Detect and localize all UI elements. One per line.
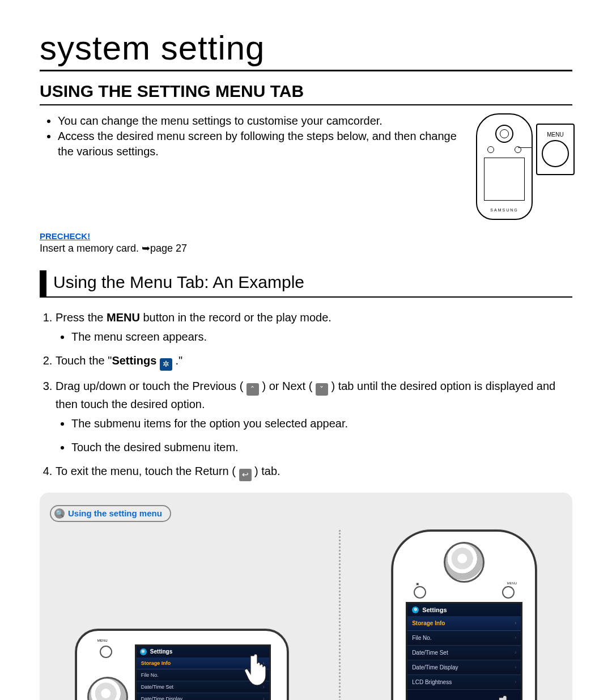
- device-record-mode: ▣ MENU ✲Settings Storage Info› File No.›…: [392, 530, 537, 701]
- menu-button-callout: MENU: [536, 124, 575, 175]
- hardware-button: [414, 586, 426, 599]
- precheck-label: PRECHECK!: [40, 231, 572, 241]
- settings-screen: ✲Settings Storage Info› File No.› Date/T…: [135, 644, 271, 701]
- menu-item-storage-info: Storage Info›: [137, 657, 269, 669]
- gear-icon: ✲: [412, 606, 419, 613]
- camcorder-diagram: SAMSUNG MENU: [476, 113, 572, 221]
- magnifier-icon: 🔍: [54, 508, 65, 519]
- step-3-sub: The submenu items for the option you sel…: [71, 415, 572, 432]
- subsection-heading: Using the Menu Tab: An Example: [40, 270, 572, 298]
- settings-screen: ✲Settings Storage Info› File No.› Date/T…: [406, 602, 522, 701]
- hardware-button: [100, 646, 112, 658]
- hardware-button: [502, 586, 515, 599]
- page-title: system setting: [40, 28, 572, 71]
- menu-item-file-no: File No.›: [137, 669, 269, 681]
- menu-item-date-time-set: Date/Time Set›: [407, 646, 521, 660]
- menu-item-lcd-brightness: LCD Brightness›: [407, 675, 521, 690]
- step-2: Touch the "Settings ✲ .": [56, 352, 572, 371]
- menu-item-storage-info: Storage Info›: [407, 616, 521, 631]
- device-play-mode: MENU SAMSUNG ✲Settings Storage Info› Fil…: [75, 629, 288, 701]
- intro-bullet: You can change the menu settings to cust…: [58, 113, 465, 129]
- lens-icon: [87, 677, 128, 700]
- play-icon: ▣: [416, 582, 419, 586]
- intro-bullet: Access the desired menu screen by follow…: [58, 129, 465, 159]
- panel-pill: 🔍 Using the setting menu: [50, 505, 171, 522]
- step-4: To exit the menu, touch the Return ( ↩ )…: [56, 463, 572, 481]
- step-3: Drag up/down or touch the Previous ( ˄ )…: [56, 377, 572, 456]
- return-icon: ↩: [239, 469, 252, 481]
- step-1: Press the MENU button in the record or t…: [56, 309, 572, 345]
- lens-icon: [444, 542, 484, 583]
- menu-item-date-time-display: Date/Time Display›: [407, 660, 521, 675]
- section-heading: USING THE SETTING MENU TAB: [40, 82, 572, 105]
- step-1-sub: The menu screen appears.: [71, 328, 572, 345]
- menu-item-date-time-set: Date/Time Set›: [137, 681, 269, 693]
- illustration-panel: 🔍 Using the setting menu MENU SAMSUNG ✲S…: [40, 493, 572, 701]
- next-icon: ˅: [316, 383, 328, 396]
- gear-icon: ✲: [140, 648, 147, 655]
- steps-list: Press the MENU button in the record or t…: [40, 309, 572, 481]
- menu-label: MENU: [507, 582, 517, 585]
- previous-icon: ˄: [246, 383, 259, 396]
- gear-icon: ✲: [160, 358, 172, 371]
- precheck-text: Insert a memory card. ➥page 27: [40, 242, 572, 254]
- intro-bullets: You can change the menu settings to cust…: [40, 113, 465, 159]
- step-3-sub: Touch the desired submenu item.: [71, 439, 572, 456]
- menu-item-date-time-display: Date/Time Display›: [137, 693, 269, 701]
- menu-item-file-no: File No.›: [407, 631, 521, 646]
